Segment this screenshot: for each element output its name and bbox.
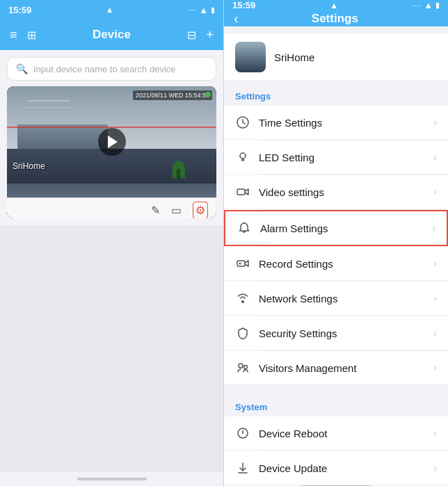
camera-timestamp: 2021/08/11 WED 15:54:50 xyxy=(133,90,212,100)
svg-point-9 xyxy=(244,366,248,369)
camera-card[interactable]: 2021/08/11 WED 15:54:50 SriHome ✎ ▭ ⚙ xyxy=(7,86,216,218)
security-chevron: › xyxy=(433,327,437,339)
led-label: LED Setting xyxy=(259,152,433,163)
camera-label: SriHome xyxy=(13,161,45,171)
settings-item-record[interactable]: Record Settings › xyxy=(224,247,448,281)
menu-icon[interactable]: ≡ xyxy=(10,28,17,42)
visitors-chevron: › xyxy=(433,362,437,373)
right-signal-icon: ···· xyxy=(413,1,421,10)
alarm-chevron: › xyxy=(432,222,435,234)
network-icon xyxy=(235,291,250,306)
network-chevron: › xyxy=(433,293,437,304)
home-bar-left xyxy=(77,478,147,480)
right-wifi-icon: ▲ xyxy=(424,0,433,10)
right-location-icon: ▲ xyxy=(330,1,338,10)
record-chevron: › xyxy=(433,258,437,269)
left-nav-title: Device xyxy=(93,28,131,42)
ceiling-line1 xyxy=(28,100,70,102)
status-bar-left: 15:59 ▲ ···· ▲ ▮ xyxy=(0,0,223,19)
system-section-title: System xyxy=(224,392,448,416)
settings-item-time[interactable]: Time Settings › xyxy=(224,106,448,140)
layout-icon[interactable]: ⊞ xyxy=(27,29,36,42)
led-icon xyxy=(235,149,250,165)
add-icon[interactable]: + xyxy=(206,28,214,42)
right-status-icons: ···· ▲ ▮ xyxy=(413,0,440,10)
search-icon: 🔍 xyxy=(16,63,28,74)
back-button[interactable]: ‹ xyxy=(234,10,239,26)
settings-item-video[interactable]: Video settings › xyxy=(224,175,448,209)
right-time: 15:59 xyxy=(232,0,255,10)
device-thumbnail xyxy=(235,42,266,72)
left-home-indicator xyxy=(0,472,223,486)
svg-point-7 xyxy=(239,263,241,265)
device-thumb-image xyxy=(235,42,266,72)
left-nav-icons: ≡ ⊞ xyxy=(10,28,36,42)
search-placeholder: Input device name to search device xyxy=(33,64,176,74)
grid-icon[interactable]: ⊟ xyxy=(187,29,196,42)
ceiling-line2 xyxy=(21,107,77,108)
svg-rect-4 xyxy=(237,189,245,195)
left-location-icon: ▲ xyxy=(106,5,114,15)
reboot-label: Device Reboot xyxy=(259,428,433,439)
settings-item-security[interactable]: Security Settings › xyxy=(224,316,448,350)
update-icon xyxy=(235,460,250,476)
reboot-icon xyxy=(235,426,250,441)
settings-item-led[interactable]: LED Setting › xyxy=(224,140,448,175)
wall-section xyxy=(17,124,108,149)
update-chevron: › xyxy=(433,462,437,473)
time-settings-label: Time Settings xyxy=(259,117,433,129)
edit-icon[interactable]: ✎ xyxy=(151,204,160,217)
system-list: Device Reboot › Device Update › xyxy=(224,416,448,485)
nav-bar-left: ≡ ⊞ Device ⊟ + xyxy=(0,19,223,50)
right-battery-icon: ▮ xyxy=(435,1,440,10)
video-label: Video settings xyxy=(259,186,433,198)
status-bar-right: 15:59 ▲ ···· ▲ ▮ xyxy=(224,0,448,10)
settings-item-reboot[interactable]: Device Reboot › xyxy=(224,416,448,451)
camera-status-dot xyxy=(205,92,211,97)
settings-item-update[interactable]: Device Update › xyxy=(224,451,448,485)
settings-item-visitors[interactable]: Visitors Management › xyxy=(224,351,448,385)
plant-stem xyxy=(177,169,180,179)
camera-controls: ✎ ▭ ⚙ xyxy=(7,197,216,218)
play-button[interactable] xyxy=(98,128,126,156)
time-icon xyxy=(235,115,250,130)
device-header: SriHome xyxy=(224,33,448,81)
right-nav-title: Settings xyxy=(247,12,423,26)
left-time: 15:59 xyxy=(8,5,31,15)
record-label: Record Settings xyxy=(259,258,433,270)
left-bottom-area xyxy=(0,225,223,472)
alarm-label: Alarm Settings xyxy=(260,222,432,234)
visitors-icon xyxy=(235,360,250,375)
signal-icon: ···· xyxy=(188,6,196,14)
svg-point-1 xyxy=(240,153,246,159)
screen-icon[interactable]: ▭ xyxy=(171,204,182,217)
video-icon xyxy=(235,184,250,200)
svg-point-8 xyxy=(239,364,243,368)
settings-list: Time Settings › LED Setting › Video sett… xyxy=(224,106,448,385)
video-chevron: › xyxy=(433,186,437,197)
left-panel: 15:59 ▲ ···· ▲ ▮ ≡ ⊞ Device ⊟ + 🔍 Input … xyxy=(0,0,224,486)
battery-icon: ▮ xyxy=(211,6,215,15)
alarm-icon xyxy=(237,220,252,236)
svg-point-12 xyxy=(242,432,243,434)
settings-item-alarm[interactable]: Alarm Settings › xyxy=(224,210,448,246)
update-label: Device Update xyxy=(259,462,433,474)
wifi-icon: ▲ xyxy=(199,5,208,15)
led-chevron: › xyxy=(433,152,437,163)
time-chevron: › xyxy=(433,117,437,128)
network-label: Network Settings xyxy=(259,293,433,305)
security-label: Security Settings xyxy=(259,327,433,339)
nav-bar-right: ‹ Settings xyxy=(224,10,448,26)
left-status-icons: ···· ▲ ▮ xyxy=(188,5,215,15)
settings-icon[interactable]: ⚙ xyxy=(193,202,208,218)
visitors-label: Visitors Management xyxy=(259,362,433,374)
device-name: SriHome xyxy=(274,51,314,63)
camera-feed: 2021/08/11 WED 15:54:50 SriHome xyxy=(7,86,216,197)
security-icon xyxy=(235,325,250,341)
settings-section-title: Settings xyxy=(224,81,448,106)
settings-item-network[interactable]: Network Settings › xyxy=(224,282,448,316)
reboot-chevron: › xyxy=(433,428,437,439)
record-icon xyxy=(235,256,250,271)
right-nav-icons: ⊟ + xyxy=(187,28,214,42)
search-bar[interactable]: 🔍 Input device name to search device xyxy=(7,57,216,81)
